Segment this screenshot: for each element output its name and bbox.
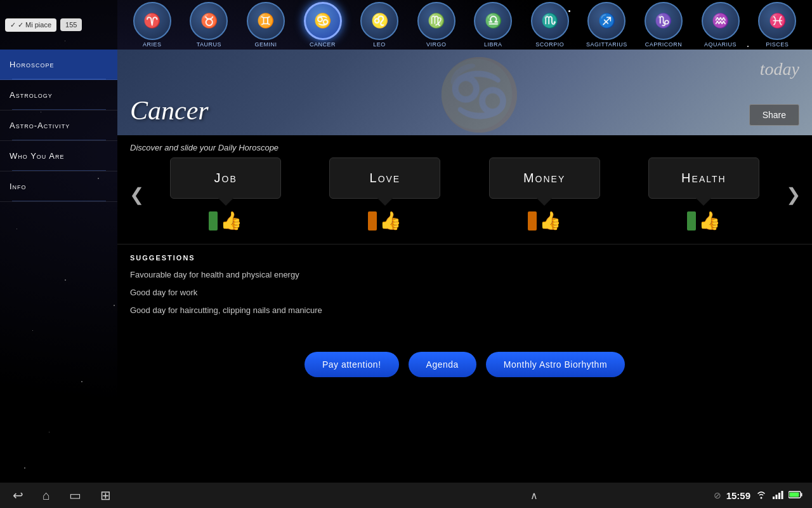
- zodiac-sign-capricorn[interactable]: ♑ Capricorn: [639, 2, 688, 48]
- zodiac-label-virgo: Virgo: [426, 41, 447, 48]
- zodiac-circle-leo: ♌: [360, 2, 398, 40]
- bottom-bar: ↩ ⌂ ▭ ⊞ ∧ ⊘ 15:59: [0, 483, 812, 508]
- svg-rect-4: [782, 491, 783, 499]
- zodiac-label-aquarius: Aquarius: [704, 41, 737, 48]
- suggestion-item-0: Favourable day for health and physical e…: [130, 269, 799, 281]
- sidebar-header: ✓ ✓ Mi piace 155: [0, 0, 117, 50]
- zodiac-symbol-virgo: ♍: [428, 13, 445, 29]
- card-thumb-money: 👍: [528, 210, 561, 231]
- zodiac-symbol-aries: ♈: [143, 13, 160, 29]
- zodiac-label-taurus: Taurus: [197, 41, 221, 48]
- card-bubble-money: Money: [489, 157, 600, 199]
- monthly-biorhythm-button[interactable]: Monthly Astro Biorhythm: [486, 352, 625, 377]
- zodiac-sign-aquarius[interactable]: ♒ Aquarius: [696, 2, 745, 48]
- zodiac-label-pisces: Pisces: [766, 41, 789, 48]
- bottom-center: ∧: [365, 490, 704, 502]
- thumb-up-love: 👍: [379, 210, 402, 231]
- thumb-up-job: 👍: [220, 210, 242, 231]
- zodiac-symbol-scorpio: ♏: [541, 13, 558, 29]
- suggestions-title: SUGGESTIONS: [130, 254, 799, 262]
- sidebar-item-horoscope[interactable]: Horoscope: [0, 50, 117, 80]
- zodiac-sign-virgo[interactable]: ♍ Virgo: [412, 2, 461, 48]
- zodiac-symbol-leo: ♌: [371, 13, 388, 29]
- zodiac-symbol-libra: ♎: [485, 13, 502, 29]
- zodiac-sign-scorpio[interactable]: ♏ Scorpio: [525, 2, 575, 48]
- chevron-up-icon: ∧: [530, 490, 538, 502]
- suggestion-item-1: Good day for work: [130, 287, 799, 298]
- zodiac-sign-leo[interactable]: ♌ Leo: [355, 2, 404, 48]
- zodiac-circle-virgo: ♍: [417, 2, 455, 40]
- sidebar-item-astro-activity[interactable]: Astro-Activity: [0, 110, 117, 141]
- home-button[interactable]: ⌂: [43, 488, 50, 503]
- card-money[interactable]: Money 👍: [489, 157, 600, 231]
- zodiac-label-cancer: Cancer: [310, 41, 336, 48]
- zodiac-symbol-aquarius: ♒: [712, 13, 729, 29]
- zodiac-circle-taurus: ♉: [190, 2, 228, 40]
- zodiac-circle-cancer: ♋: [304, 2, 342, 40]
- zodiac-sign-taurus[interactable]: ♉ Taurus: [184, 2, 233, 48]
- share-button[interactable]: Share: [749, 104, 799, 126]
- pay-attention-button[interactable]: Pay attention!: [304, 352, 399, 377]
- like-label: ✓ Mi piace: [18, 21, 51, 29]
- next-arrow[interactable]: ❯: [780, 178, 806, 210]
- agenda-button[interactable]: Agenda: [409, 352, 476, 377]
- back-button[interactable]: ↩: [13, 488, 23, 503]
- svg-rect-7: [790, 492, 799, 497]
- menu-button[interactable]: ⊞: [100, 488, 111, 503]
- card-thumb-love: 👍: [368, 210, 402, 231]
- card-thumb-health: 👍: [687, 210, 721, 231]
- suggestions-list: Favourable day for health and physical e…: [130, 269, 799, 317]
- suggestion-item-2: Good day for haircutting, clipping nails…: [130, 305, 799, 316]
- zodiac-sign-gemini[interactable]: ♊ Gemini: [241, 2, 291, 48]
- card-health[interactable]: Health 👍: [648, 157, 759, 231]
- card-indicator-job: [209, 211, 218, 231]
- zodiac-circle-scorpio: ♏: [531, 2, 569, 40]
- cards-row: ❮ Job 👍 Love 👍 Money 👍 Health �: [117, 157, 812, 244]
- zodiac-symbol-gemini: ♊: [257, 13, 274, 29]
- sidebar-item-who-you-are[interactable]: Who You Are: [0, 141, 117, 171]
- action-buttons: Pay attention! Agenda Monthly Astro Bior…: [117, 336, 812, 396]
- sidebar-item-astrology[interactable]: Astrology: [0, 80, 117, 110]
- zodiac-label-libra: Libra: [484, 41, 502, 48]
- zodiac-sign-pisces[interactable]: ♓ Pisces: [752, 2, 802, 48]
- zodiac-symbol-pisces: ♓: [769, 13, 786, 29]
- like-button[interactable]: ✓ ✓ Mi piace: [5, 18, 56, 32]
- zodiac-bar: ♈ Aries ♉ Taurus ♊ Gemini ♋ Cancer ♌ Leo: [117, 0, 812, 50]
- zodiac-symbol-taurus: ♉: [200, 13, 218, 29]
- status-time: 15:59: [726, 490, 750, 501]
- battery-icon: [789, 490, 802, 501]
- zodiac-sign-libra[interactable]: ♎ Libra: [468, 2, 518, 48]
- card-indicator-health: [687, 211, 696, 231]
- cards-container: Job 👍 Love 👍 Money 👍 Health 👍: [149, 157, 780, 231]
- zodiac-circle-sagittarius: ♐: [587, 2, 625, 40]
- zodiac-symbol-capricorn: ♑: [655, 13, 672, 29]
- zodiac-sign-aries[interactable]: ♈ Aries: [128, 2, 177, 48]
- discover-text: Discover and slide your Daily Horoscope: [117, 135, 812, 157]
- prev-arrow[interactable]: ❮: [124, 178, 149, 210]
- zodiac-sign-cancer[interactable]: ♋ Cancer: [298, 2, 348, 48]
- card-love[interactable]: Love 👍: [329, 157, 440, 231]
- like-icon: ✓: [10, 21, 16, 29]
- recents-button[interactable]: ▭: [69, 488, 81, 503]
- no-location-icon: ⊘: [714, 490, 721, 500]
- zodiac-circle-capricorn: ♑: [645, 2, 683, 40]
- zodiac-label-gemini: Gemini: [254, 41, 277, 48]
- sidebar-item-info[interactable]: Info: [0, 171, 117, 202]
- zodiac-label-capricorn: Capricorn: [645, 41, 683, 48]
- zodiac-label-sagittarius: Sagittarius: [586, 41, 627, 48]
- zodiac-circle-aries: ♈: [133, 2, 171, 40]
- hero-crab-image: [117, 50, 812, 135]
- svg-rect-2: [776, 495, 778, 499]
- svg-rect-1: [773, 497, 775, 499]
- zodiac-sign-sagittarius[interactable]: ♐ Sagittarius: [582, 2, 631, 48]
- card-thumb-job: 👍: [209, 210, 242, 231]
- card-bubble-health: Health: [648, 157, 759, 199]
- zodiac-label-leo: Leo: [373, 41, 386, 48]
- card-job[interactable]: Job 👍: [170, 157, 281, 231]
- suggestions-section: SUGGESTIONS Favourable day for health an…: [117, 244, 812, 336]
- svg-rect-3: [778, 493, 780, 499]
- zodiac-circle-pisces: ♓: [758, 2, 796, 40]
- zodiac-circle-gemini: ♊: [247, 2, 285, 40]
- wifi-icon: [756, 490, 767, 501]
- zodiac-label-aries: Aries: [143, 41, 162, 48]
